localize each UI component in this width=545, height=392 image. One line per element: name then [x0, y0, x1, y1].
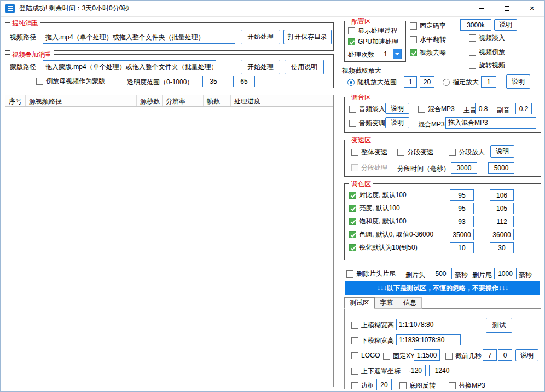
audio-pitch-checkbox[interactable] [349, 120, 356, 127]
column-header-seconds[interactable]: 源秒数 [137, 95, 163, 106]
close-button[interactable]: ✕ [519, 1, 544, 17]
purify-start-button[interactable]: 开始处理 [241, 30, 280, 44]
hue-min-input[interactable] [450, 229, 474, 240]
segment-speed-checkbox[interactable] [397, 149, 404, 156]
column-header-source-path[interactable]: 源视频路径 [26, 95, 137, 106]
open-save-dir-button[interactable]: 打开保存目录 [283, 30, 332, 44]
process-times-combo[interactable]: 1 [378, 49, 402, 59]
trim-head-input[interactable] [430, 268, 452, 279]
purify-group-title: 提纯消重 [10, 19, 40, 28]
border-row: 边框 [351, 381, 374, 390]
tab-test[interactable]: 测试区 [344, 297, 375, 309]
saturation-min-input[interactable] [450, 216, 474, 227]
tab-subtitle[interactable]: 字幕 [375, 297, 398, 309]
top-blur-input[interactable] [396, 319, 453, 330]
segment-zoom-checkbox[interactable] [449, 149, 456, 156]
audio-fadein-checkbox[interactable] [349, 106, 356, 113]
trim-checkbox[interactable] [346, 270, 353, 278]
overlay-start-button[interactable]: 开始处理 [241, 60, 280, 74]
hue-label: 色调, 默认0, 取值0-36000 [359, 230, 433, 239]
sharpen-min-input[interactable] [450, 242, 474, 253]
audio-fadein-help-button[interactable]: 说明 [385, 103, 409, 114]
test-help-button[interactable]: 说明 [515, 349, 538, 361]
contrast-checkbox[interactable] [349, 192, 356, 199]
replace-mp3-checkbox[interactable] [449, 382, 456, 389]
bottom-blur-checkbox[interactable] [351, 337, 358, 344]
mask-coords-checkbox[interactable] [351, 368, 358, 375]
maximize-button[interactable] [494, 1, 519, 17]
sharpen-max-input[interactable] [490, 242, 514, 253]
overall-speed-checkbox[interactable] [351, 149, 358, 156]
video-fadein-row: 视频淡入 [469, 33, 505, 43]
bottom-blur-input[interactable] [396, 334, 461, 345]
cut-first-v1-input[interactable] [483, 349, 497, 361]
fixed-xy-input[interactable] [414, 349, 440, 361]
cut-first-checkbox[interactable] [445, 353, 453, 360]
contrast-min-input[interactable] [450, 189, 474, 201]
denoise-checkbox[interactable] [410, 49, 417, 56]
random-zoom-radio[interactable] [347, 79, 355, 86]
maximize-icon [505, 6, 509, 11]
speed-help-button[interactable]: 说明 [490, 145, 514, 158]
cut-first-v2-input[interactable] [498, 349, 512, 361]
purify-group: 提纯消重 视频路径 开始处理 打开保存目录 [5, 22, 334, 51]
bitrate-help-button[interactable]: 说明 [494, 19, 517, 31]
overlay-usage-button[interactable]: 使用说明 [285, 60, 324, 74]
segment-time-max-input[interactable] [488, 162, 514, 174]
reverse-mother-checkbox[interactable] [36, 78, 43, 85]
saturation-max-input[interactable] [490, 216, 514, 227]
mask-coords-v1-input[interactable] [405, 365, 426, 376]
saturation-checkbox[interactable] [349, 218, 356, 225]
logo-checkbox[interactable] [351, 352, 358, 359]
fixed-zoom-radio[interactable] [443, 79, 450, 86]
app-window: 登陆成功! 剩余时间：3天0小时0分0秒 ✕ 提纯消重 视频路径 开始处理 打开… [0, 0, 545, 392]
video-path-input[interactable] [43, 31, 235, 44]
bitrate-input[interactable] [460, 19, 491, 31]
main-volume-input[interactable] [475, 103, 491, 114]
sub-volume-input[interactable] [515, 103, 532, 114]
border-input[interactable] [376, 379, 392, 390]
column-header-resolution[interactable]: 分辨率 [163, 95, 204, 106]
random-zoom-min-input[interactable] [404, 76, 417, 88]
segment-time-min-input[interactable] [451, 162, 477, 174]
sharpen-checkbox[interactable] [349, 244, 356, 251]
top-blur-checkbox[interactable] [351, 322, 358, 329]
fixed-bitrate-row: 固定码率 [410, 21, 446, 31]
contrast-max-input[interactable] [490, 189, 514, 201]
column-header-progress[interactable]: 处理进度 [231, 95, 333, 106]
column-header-index[interactable]: 序号 [5, 95, 26, 106]
fixed-zoom-input[interactable] [481, 76, 496, 88]
minimize-button[interactable] [469, 1, 494, 17]
fixed-bitrate-checkbox[interactable] [410, 22, 417, 30]
video-rotate-checkbox[interactable] [469, 62, 476, 69]
trim-tail-label: 删片尾 [472, 270, 492, 280]
hue-max-input[interactable] [490, 229, 514, 240]
column-header-frames[interactable]: 帧数 [204, 95, 231, 106]
mix-mp3-checkbox[interactable] [418, 106, 425, 113]
segment-process-checkbox[interactable] [351, 164, 358, 171]
audio-pitch-help-button[interactable]: 说明 [385, 117, 409, 128]
hue-checkbox[interactable] [349, 231, 356, 238]
opacity-max-input[interactable] [233, 76, 255, 87]
mix-mp3-input[interactable] [445, 117, 536, 129]
hflip-checkbox[interactable] [410, 36, 417, 43]
crop-help-button[interactable]: 说明 [506, 74, 530, 89]
invert-checkbox[interactable] [399, 382, 407, 389]
brightness-max-input[interactable] [490, 203, 514, 214]
gpu-checkbox[interactable] [348, 38, 355, 45]
random-zoom-max-input[interactable] [420, 76, 434, 88]
fixed-xy-checkbox[interactable] [383, 353, 390, 360]
brightness-min-input[interactable] [450, 203, 474, 214]
video-reverse-checkbox[interactable] [469, 49, 476, 56]
show-process-checkbox[interactable] [348, 27, 355, 34]
trim-tail-input[interactable] [494, 268, 517, 279]
brightness-checkbox[interactable] [349, 205, 356, 212]
mask-coords-v2-input[interactable] [429, 365, 455, 376]
mask-path-input[interactable] [43, 60, 216, 73]
test-button[interactable]: 测试 [486, 318, 512, 333]
segment-speed-label: 分段变速 [407, 148, 433, 157]
video-fadein-checkbox[interactable] [469, 34, 476, 42]
tab-info[interactable]: 信息 [398, 297, 422, 309]
opacity-min-input[interactable] [202, 76, 224, 87]
border-checkbox[interactable] [351, 382, 358, 389]
